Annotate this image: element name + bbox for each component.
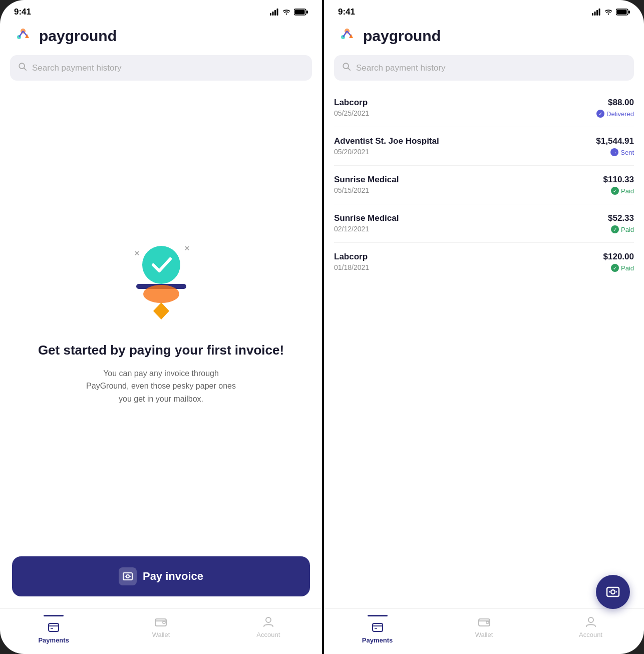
illustration [111,230,211,330]
nav-label-account-left: Account [256,631,280,638]
app-header-right: payground [324,21,644,53]
status-icon: ✓ [611,225,619,233]
svg-line-46 [348,68,351,71]
payment-status: ✓Delivered [596,110,634,118]
payment-amount: $88.00 [596,98,634,108]
svg-rect-54 [479,619,490,626]
payment-left: Adventist St. Joe Hospital 05/20/2021 [334,136,439,156]
status-time-right: 9:41 [338,7,355,17]
wallet-nav-icon-left [154,615,168,629]
pay-invoice-button[interactable]: Pay invoice [12,556,310,596]
status-icon: ✓ [596,110,604,118]
svg-rect-51 [373,623,383,631]
svg-point-20 [143,285,179,303]
wallet-nav-icon-right [477,615,491,629]
nav-item-account-left[interactable]: Account [215,615,322,644]
svg-marker-21 [153,302,169,319]
status-time-left: 9:41 [14,7,31,17]
payment-amount: $1,544.91 [596,136,634,146]
logo-icon-left [12,25,34,47]
svg-rect-1 [272,12,274,16]
payment-right: $120.00 ✓Paid [603,252,634,272]
logo-text-left: payground [39,28,117,45]
payment-right: $110.33 ✓Paid [603,175,634,195]
status-text: Delivered [606,110,634,118]
bottom-nav-right: Payments Wallet Account [324,608,644,654]
payment-right: $88.00 ✓Delivered [596,98,634,118]
payment-name: Sunrise Medical [334,213,399,223]
svg-rect-55 [486,621,489,623]
right-phone: 9:41 [322,0,644,654]
nav-item-account-right[interactable]: Account [537,615,644,644]
empty-title: Get started by paying your first invoice… [38,342,284,359]
signal-icon-right [592,9,601,16]
payment-item-0[interactable]: Labcorp 05/25/2021 $88.00 ✓Delivered [334,89,634,127]
account-nav-icon-right [584,615,598,629]
left-phone: 9:41 [0,0,322,654]
payment-item-4[interactable]: Labcorp 01/18/2021 $120.00 ✓Paid [334,243,634,281]
nav-item-wallet-left[interactable]: Wallet [107,615,214,644]
status-icons-left [270,9,308,16]
payments-nav-icon-left [47,620,61,634]
svg-point-57 [588,617,593,622]
payment-amount: $52.33 [608,213,634,223]
payment-date: 05/25/2021 [334,109,369,117]
payment-item-1[interactable]: Adventist St. Joe Hospital 05/20/2021 $1… [334,127,634,166]
nav-item-wallet-right[interactable]: Wallet [431,615,537,644]
nav-item-payments-right[interactable]: Payments [324,615,431,644]
svg-point-48 [611,590,615,594]
svg-rect-36 [599,9,600,16]
svg-rect-5 [295,10,305,15]
status-icon: ✓ [611,187,619,195]
svg-point-14 [142,246,180,284]
nav-label-payments-right: Payments [362,636,393,644]
nav-label-account-right: Account [579,631,602,638]
payment-name: Adventist St. Joe Hospital [334,136,439,146]
svg-rect-35 [596,10,598,16]
status-icon: → [610,148,618,156]
svg-point-32 [266,617,271,622]
status-text: Paid [621,187,634,195]
payment-list: Labcorp 05/25/2021 $88.00 ✓Delivered Adv… [324,89,644,608]
search-icon-right [342,62,351,74]
svg-rect-22 [123,573,132,580]
svg-rect-6 [306,11,308,14]
svg-rect-34 [594,12,596,16]
payment-left: Labcorp 01/18/2021 [334,252,369,271]
payment-amount: $110.33 [603,175,634,185]
svg-rect-38 [617,10,627,15]
svg-rect-0 [270,13,271,16]
svg-rect-39 [628,11,630,14]
pay-invoice-icon [119,567,137,585]
payment-item-3[interactable]: Sunrise Medical 02/12/2021 $52.33 ✓Paid [334,204,634,243]
status-icons-right [592,9,630,16]
payment-status: ✓Paid [608,225,634,233]
logo-text-right: payground [363,28,441,45]
app-header-left: payground [0,21,322,53]
svg-rect-29 [155,619,166,626]
search-bar-left[interactable]: Search payment history [10,55,312,81]
svg-rect-2 [274,10,276,16]
status-icon: ✓ [611,264,619,272]
status-text: Paid [621,226,634,233]
payment-item-2[interactable]: Sunrise Medical 05/15/2021 $110.33 ✓Paid [334,166,634,204]
payment-status: ✓Paid [603,187,634,195]
empty-desc: You can pay any invoice through PayGroun… [86,367,236,406]
battery-icon-right [616,9,630,16]
search-placeholder-left: Search payment history [32,63,122,73]
payment-name: Labcorp [334,252,369,262]
svg-rect-3 [277,9,278,16]
account-nav-icon-left [261,615,275,629]
bottom-nav-left: Payments Wallet Account [0,608,322,654]
nav-item-payments-left[interactable]: Payments [0,615,107,644]
nav-label-payments-left: Payments [38,636,69,644]
status-bar-left: 9:41 [0,0,322,21]
search-placeholder-right: Search payment history [356,63,446,73]
nav-label-wallet-right: Wallet [475,631,493,638]
fab-pay-invoice[interactable] [596,575,630,609]
status-text: Sent [620,149,634,156]
battery-icon [294,9,308,16]
search-bar-right[interactable]: Search payment history [334,55,634,81]
wifi-icon [282,9,291,16]
svg-rect-47 [607,587,619,596]
